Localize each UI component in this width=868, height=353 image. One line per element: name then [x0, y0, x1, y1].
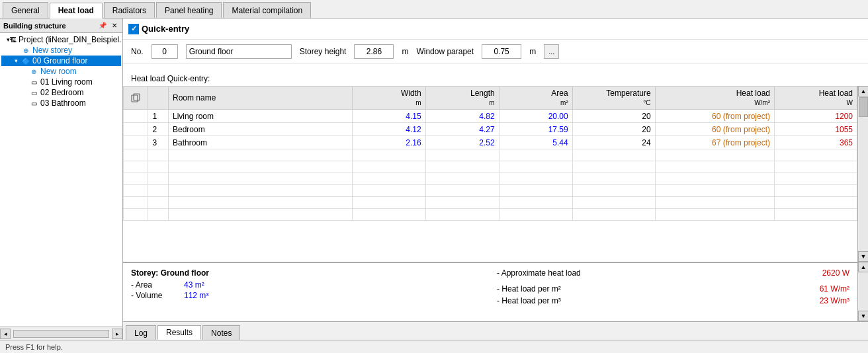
row-temp: 24 [572, 136, 655, 149]
tree-arrow-new-room [22, 68, 29, 75]
empty-cell [425, 185, 499, 197]
storey-height-input[interactable] [354, 44, 394, 59]
table-row[interactable]: 1 Living room 4.15 4.82 20.00 20 60 (fro… [124, 110, 857, 123]
tab-notes[interactable]: Notes [202, 325, 240, 340]
empty-cell [425, 173, 499, 185]
tab-radiators[interactable]: Radiators [104, 2, 155, 18]
row-heatload-m2: 67 (from project) [655, 136, 774, 149]
more-button[interactable]: ... [544, 44, 559, 59]
panel-pin-icon[interactable]: 📌 [98, 21, 107, 30]
room-icon-bathroom: ▭ [29, 98, 38, 108]
vscroll-up-btn[interactable]: ▲ [858, 86, 868, 97]
no-label: No. [131, 47, 144, 56]
summary-area-value: 43 m² [184, 280, 237, 290]
row-name: Bedroom [169, 123, 353, 136]
col-header-no [148, 87, 169, 110]
building-tree: ▾ 🏗 Project (liNear_DIN_Beispiel. ⊕ New … [0, 33, 122, 327]
empty-cell [425, 149, 499, 161]
window-parapet-input[interactable] [482, 44, 521, 59]
empty-cell [124, 209, 148, 221]
summary-vscrollbar: ▲ ▼ [857, 262, 868, 321]
row-length: 2.52 [425, 136, 499, 149]
row-temp: 20 [572, 110, 655, 123]
empty-cell [572, 173, 655, 185]
empty-cell [352, 173, 425, 185]
summary-scroll-down[interactable]: ▼ [858, 311, 868, 321]
tree-item-bathroom[interactable]: ▭ 03 Bathroom [1, 98, 121, 108]
summary-heat-m3-label: - Heat load per m³ [497, 296, 797, 305]
summary-left: Storey: Ground floor - Area 43 m² - Volu… [131, 268, 484, 316]
table-empty-row [124, 149, 857, 161]
tree-item-new-room[interactable]: ⊕ New room [1, 66, 121, 77]
tree-scrollbar[interactable]: ◂ ▸ [0, 327, 122, 340]
empty-cell [655, 197, 774, 209]
tree-item-living-room[interactable]: ▭ 01 Living room [1, 77, 121, 87]
copy-icon [131, 93, 140, 102]
col-header-temp: Temperature°C [572, 87, 655, 110]
floor-name-input[interactable] [186, 44, 292, 59]
row-icon-cell [124, 123, 148, 136]
row-area: 20.00 [499, 110, 572, 123]
summary-heat-m3-row: - Heat load per m³ 23 W/m³ [497, 296, 849, 305]
table-row[interactable]: 2 Bedroom 4.12 4.27 17.59 20 60 (from pr… [124, 123, 857, 136]
row-temp: 20 [572, 123, 655, 136]
row-no: 3 [148, 136, 169, 149]
empty-cell [572, 185, 655, 197]
tab-log[interactable]: Log [126, 325, 156, 340]
tree-item-project[interactable]: ▾ 🏗 Project (liNear_DIN_Beispiel. [1, 34, 121, 45]
left-panel-title: Building structure [3, 22, 66, 30]
left-panel-header: Building structure 📌 ✕ [0, 19, 122, 33]
vscroll-down-btn[interactable]: ▼ [858, 251, 868, 262]
table-vscrollbar[interactable]: ▲ ▼ [857, 86, 868, 262]
empty-cell [124, 161, 148, 173]
tab-material-compilation[interactable]: Material compilation [223, 2, 311, 18]
status-bar: Press F1 for help. [0, 340, 868, 353]
h-scroll-thumb[interactable] [13, 330, 109, 338]
scroll-right-btn[interactable]: ▸ [112, 329, 122, 339]
storey-height-unit: m [402, 47, 408, 56]
quick-entry-checkbox[interactable]: ✓ [128, 24, 139, 34]
empty-cell [775, 209, 857, 221]
empty-cell [124, 185, 148, 197]
window-parapet-unit: m [529, 47, 536, 56]
empty-cell [572, 209, 655, 221]
empty-cell [572, 149, 655, 161]
empty-cell [169, 185, 353, 197]
empty-cell [775, 173, 857, 185]
empty-cell [572, 161, 655, 173]
empty-cell [655, 209, 774, 221]
summary-approx-heat-row: - Approximate heat load 2620 W [497, 268, 849, 278]
bottom-tabs: Log Results Notes [123, 321, 868, 340]
empty-cell [425, 197, 499, 209]
empty-cell [352, 209, 425, 221]
no-input[interactable] [152, 44, 178, 59]
tree-item-ground-floor[interactable]: ▾ 🔷 00 Ground floor [1, 56, 121, 66]
summary-scroll-track [858, 272, 868, 311]
tree-label-new-storey: New storey [32, 46, 72, 55]
tab-results[interactable]: Results [157, 325, 201, 340]
row-width: 4.12 [352, 123, 425, 136]
tree-item-new-storey[interactable]: ⊕ New storey [1, 45, 121, 56]
vscroll-thumb[interactable] [859, 97, 868, 117]
empty-cell [499, 149, 572, 161]
row-width: 4.15 [352, 110, 425, 123]
empty-cell [352, 149, 425, 161]
empty-cell [169, 197, 353, 209]
tree-item-bedroom[interactable]: ▭ 02 Bedroom [1, 87, 121, 98]
row-heatload-w: 365 [775, 136, 857, 149]
tab-panel-heating[interactable]: Panel heating [156, 2, 222, 18]
empty-cell [352, 161, 425, 173]
table-empty-row [124, 209, 857, 221]
table-empty-row [124, 161, 857, 173]
empty-cell [352, 197, 425, 209]
panel-close-icon[interactable]: ✕ [110, 21, 119, 30]
empty-cell [148, 149, 169, 161]
table-row[interactable]: 3 Bathroom 2.16 2.52 5.44 24 67 (from pr… [124, 136, 857, 149]
summary-scroll-up[interactable]: ▲ [858, 262, 868, 272]
tab-heat-load[interactable]: Heat load [50, 3, 103, 19]
scroll-left-btn[interactable]: ◂ [0, 329, 11, 339]
quick-entry-bar: ✓ Quick-entry [123, 19, 868, 40]
empty-cell [169, 209, 353, 221]
tree-label-bedroom: 02 Bedroom [40, 88, 83, 97]
tab-general[interactable]: General [3, 2, 48, 18]
